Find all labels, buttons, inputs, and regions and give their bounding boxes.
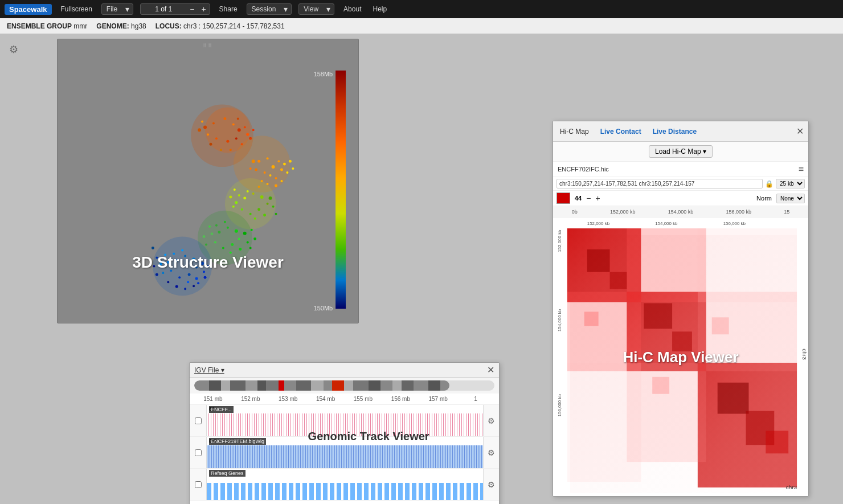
svg-point-78 (203, 235, 206, 238)
svg-point-7 (235, 137, 238, 140)
view-menu[interactable]: View ▾ (298, 3, 334, 15)
hic-tab-livecontact[interactable]: Live Contact (598, 126, 644, 137)
igv-title-button[interactable]: IGV File ▾ (194, 366, 224, 374)
svg-point-16 (209, 143, 212, 146)
svg-point-58 (232, 206, 235, 208)
svg-point-105 (175, 285, 178, 288)
hic-file-name: ENCFF702IFC.hic (558, 166, 609, 173)
svg-point-48 (257, 208, 260, 211)
svg-text:154,000 kb: 154,000 kb (655, 221, 678, 226)
igv-header: IGV File ▾ ✕ (190, 363, 499, 378)
svg-point-25 (272, 165, 275, 169)
igv-track-3-checkbox[interactable] (195, 481, 202, 488)
hic-color-swatch[interactable] (556, 192, 570, 204)
igv-track-2-checkbox[interactable] (195, 449, 202, 456)
svg-point-8 (226, 140, 229, 143)
igv-track-1-signal (207, 413, 483, 436)
svg-point-77 (208, 226, 211, 228)
igv-scale-bar: 151 mb 152 mb 153 mb 154 mb 155 mb 156 m… (190, 394, 499, 405)
igv-track-1-checkbox-area (190, 405, 207, 436)
igv-chromosome-bar (190, 378, 499, 394)
hic-lock-icon[interactable]: 🔒 (765, 180, 774, 188)
file-button[interactable]: File (102, 4, 122, 14)
hic-resolution-select[interactable]: 25 kb (776, 179, 805, 189)
igv-track-2-body: 2.6 0 ENCFF219TEM.bigWig (207, 437, 483, 468)
locus-bar: ENSEMBLE GROUP mmr GENOME: hg38 LOCUS: c… (0, 18, 843, 34)
hic-header: Hi-C Map Live Contact Live Distance ✕ (553, 121, 808, 142)
svg-point-55 (272, 206, 275, 208)
svg-point-73 (243, 232, 247, 235)
svg-point-41 (289, 160, 292, 163)
hic-tab-map[interactable]: Hi-C Map (558, 126, 591, 137)
svg-text:156,000 kb: 156,000 kb (723, 221, 746, 226)
file-arrow[interactable]: ▾ (122, 5, 133, 13)
svg-point-40 (280, 180, 283, 182)
hic-norm-select[interactable]: None (776, 194, 805, 203)
svg-point-5 (232, 123, 235, 125)
panel-count-input[interactable] (141, 4, 186, 14)
view-button[interactable]: View (299, 4, 323, 14)
hic-load-button[interactable]: Load Hi-C Map ▾ (649, 145, 713, 158)
svg-point-102 (204, 276, 207, 279)
svg-text:154,000 kb: 154,000 kb (557, 309, 562, 331)
igv-track-2-signal (207, 445, 483, 468)
hic-close-button[interactable]: ✕ (796, 126, 804, 137)
igv-close-button[interactable]: ✕ (487, 366, 494, 375)
session-arrow[interactable]: ▾ (280, 5, 291, 13)
view-arrow[interactable]: ▾ (323, 5, 334, 13)
igv-track-1-checkbox[interactable] (195, 417, 202, 424)
hic-tab-livedistance[interactable]: Live Distance (650, 126, 699, 137)
share-button[interactable]: Share (215, 4, 242, 14)
session-button[interactable]: Session (247, 4, 281, 14)
svg-point-35 (283, 163, 286, 166)
svg-rect-142 (570, 235, 797, 493)
svg-point-34 (249, 167, 252, 170)
hic-viewer: Hi-C Map Live Contact Live Distance ✕ Lo… (553, 121, 809, 497)
igv-track-2-gear[interactable]: ⚙ (483, 437, 499, 468)
hic-minus-button[interactable]: − (586, 194, 591, 203)
svg-point-79 (205, 244, 207, 246)
svg-point-64 (227, 227, 229, 229)
svg-point-103 (197, 282, 199, 284)
svg-point-104 (167, 281, 169, 283)
hic-scale-label-0: 0b (572, 209, 578, 215)
igv-track-1-gear[interactable]: ⚙ (483, 405, 499, 436)
igv-track-2: 2.6 0 ENCFF219TEM.bigWig ⚙ (190, 437, 499, 469)
svg-point-72 (224, 221, 226, 223)
fullscreen-button[interactable]: Fullscreen (56, 4, 97, 14)
help-button[interactable]: Help (368, 4, 391, 14)
structure-point-cloud: 158Mb 150Mb (58, 39, 358, 323)
hic-locus-row: 🔒 25 kb (553, 177, 808, 191)
gear-button[interactable]: ⚙ (9, 43, 18, 56)
igv-track-2-label: ENCFF219TEM.bigWig (209, 438, 266, 445)
panel-minus-button[interactable]: − (186, 5, 198, 13)
svg-text:156,000 kb: 156,000 kb (557, 394, 562, 417)
hic-color-value: 44 (575, 195, 582, 202)
hic-chr-label-bottom: chr3 (786, 484, 797, 490)
hic-locus-input[interactable] (556, 179, 763, 189)
svg-point-6 (238, 128, 241, 132)
svg-point-11 (198, 128, 201, 132)
hic-menu-icon[interactable]: ≡ (799, 164, 804, 174)
hic-map-svg: 152,000 kb 154,000 kb 156,000 kb 152,000… (553, 218, 808, 497)
colorbar-bottom-label: 150Mb (314, 305, 333, 312)
brand-logo[interactable]: Spacewalk (5, 4, 52, 15)
file-menu[interactable]: File ▾ (101, 3, 133, 15)
svg-point-107 (193, 285, 195, 287)
colorbar-top-label: 158Mb (314, 71, 333, 77)
svg-point-13 (246, 133, 249, 136)
colorbar-gradient (335, 71, 346, 309)
genome-label: GENOME: hg38 (96, 22, 146, 30)
svg-point-50 (241, 208, 243, 211)
ensemble-label: ENSEMBLE GROUP mmr (7, 22, 87, 30)
panel-count-group: − + (140, 3, 210, 15)
svg-point-14 (230, 149, 232, 151)
about-button[interactable]: About (339, 4, 366, 14)
panel-plus-button[interactable]: + (198, 5, 209, 13)
svg-point-52 (238, 194, 240, 196)
session-menu[interactable]: Session ▾ (247, 3, 292, 15)
hic-plus-button[interactable]: + (595, 194, 600, 203)
igv-track-3-gear[interactable]: ⚙ (483, 469, 499, 500)
hic-scale-label-2: 154,000 kb (668, 209, 694, 215)
hic-scale-label-1: 152,000 kb (610, 209, 636, 215)
